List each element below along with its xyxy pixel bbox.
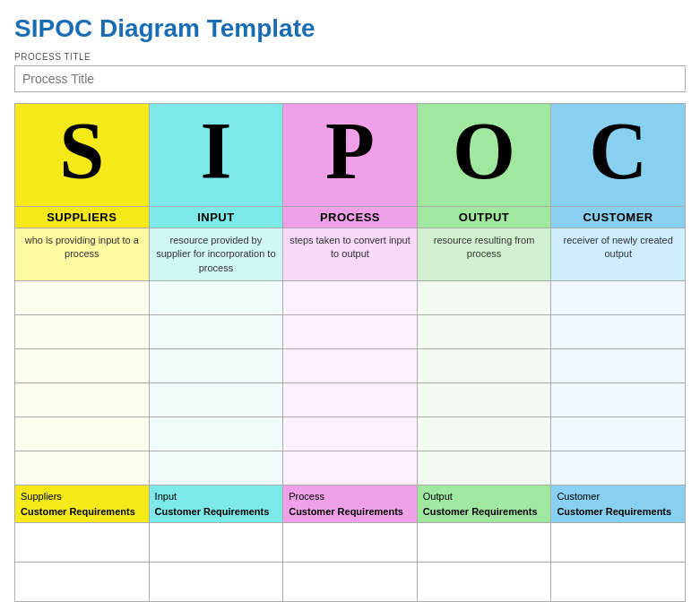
footer-sub-p: Customer Requirements [289,504,411,520]
footer-main-p: Process [289,489,411,504]
letter-p: P [287,111,413,192]
process-title-input[interactable] [14,65,686,92]
footer-label-s: SuppliersCustomer Requirements [15,485,150,523]
data-cell-o-0[interactable] [417,281,551,315]
col-desc-s: who is providing input to a process [15,228,150,281]
data-cell-s-0[interactable] [15,281,150,315]
letter-i: I [153,111,280,192]
letter-s: S [19,111,145,192]
header-letter-o: O [417,104,551,207]
bottom-cell-o-1[interactable] [417,563,551,602]
footer-label-i: InputCustomer Requirements [149,485,283,523]
footer-main-c: Customer [557,489,679,504]
footer-main-o: Output [423,489,546,504]
data-cell-c-2[interactable] [551,349,686,383]
col-desc-p: steps taken to convert input to output [283,228,418,281]
bottom-cell-s-0[interactable] [15,523,150,563]
footer-sub-s: Customer Requirements [21,504,143,520]
data-cell-i-0[interactable] [149,281,283,315]
data-cell-p-4[interactable] [283,417,418,451]
data-cell-p-2[interactable] [283,349,418,383]
footer-label-o: OutputCustomer Requirements [417,485,551,523]
data-cell-o-4[interactable] [417,417,551,451]
data-cell-o-3[interactable] [417,383,551,417]
col-desc-o: resource resulting from process [417,228,551,281]
data-cell-p-3[interactable] [283,383,418,417]
data-cell-i-4[interactable] [149,417,283,451]
letter-o: O [421,111,548,192]
data-cell-i-3[interactable] [149,383,283,417]
bottom-cell-s-1[interactable] [15,563,150,602]
data-cell-c-5[interactable] [551,451,686,485]
page-title: SIPOC Diagram Template [14,14,686,43]
header-letter-i: I [149,104,283,207]
data-cell-p-5[interactable] [283,451,418,485]
col-title-p: PROCESS [283,207,418,228]
col-title-o: OUTPUT [417,207,551,228]
data-cell-p-0[interactable] [283,281,418,315]
data-cell-o-5[interactable] [417,451,551,485]
data-cell-s-2[interactable] [15,349,150,383]
data-cell-s-1[interactable] [15,315,150,349]
data-cell-c-4[interactable] [551,417,686,451]
bottom-cell-p-0[interactable] [283,523,418,563]
footer-label-c: CustomerCustomer Requirements [551,485,686,523]
header-letter-p: P [283,104,418,207]
footer-sub-o: Customer Requirements [423,504,546,520]
data-cell-s-5[interactable] [15,451,150,485]
footer-main-i: Input [155,489,278,504]
col-desc-i: resource provided by supplier for incorp… [149,228,283,281]
data-cell-p-1[interactable] [283,315,418,349]
bottom-cell-c-0[interactable] [551,523,686,563]
data-cell-c-1[interactable] [551,315,686,349]
bottom-cell-o-0[interactable] [417,523,551,563]
footer-label-p: ProcessCustomer Requirements [283,485,418,523]
data-cell-c-0[interactable] [551,281,686,315]
data-cell-s-4[interactable] [15,417,150,451]
data-cell-s-3[interactable] [15,383,150,417]
data-cell-i-1[interactable] [149,315,283,349]
header-letter-s: S [15,104,150,207]
bottom-cell-c-1[interactable] [551,563,686,602]
header-letter-c: C [551,104,686,207]
footer-sub-c: Customer Requirements [557,504,679,520]
data-cell-i-2[interactable] [149,349,283,383]
col-title-c: CUSTOMER [551,207,686,228]
data-cell-i-5[interactable] [149,451,283,485]
col-desc-c: receiver of newly created output [551,228,686,281]
col-title-s: SUPPLIERS [15,207,150,228]
col-title-i: INPUT [149,207,283,228]
data-cell-o-1[interactable] [417,315,551,349]
sipoc-table: SIPOCSUPPLIERSINPUTPROCESSOUTPUTCUSTOMER… [14,103,686,602]
bottom-cell-i-1[interactable] [149,563,283,602]
bottom-cell-i-0[interactable] [149,523,283,563]
data-cell-o-2[interactable] [417,349,551,383]
footer-sub-i: Customer Requirements [155,504,278,520]
bottom-cell-p-1[interactable] [283,563,418,602]
data-cell-c-3[interactable] [551,383,686,417]
footer-main-s: Suppliers [21,489,143,504]
letter-c: C [555,111,681,192]
process-label: PROCESS TITLE [14,52,686,62]
